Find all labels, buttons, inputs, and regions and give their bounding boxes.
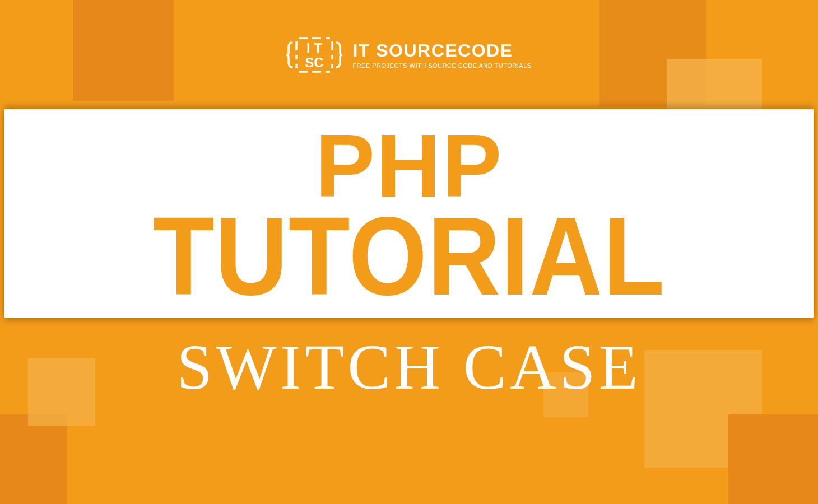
- title-line-2: TUTORIAL: [153, 203, 666, 309]
- logo-mark-icon: I T SC: [286, 27, 342, 83]
- svg-text:I T: I T: [306, 40, 322, 55]
- header: I T SC IT SOURCECODE FREE PROJECTS WITH …: [0, 0, 818, 109]
- subtitle: SWITCH CASE: [0, 330, 818, 404]
- brand-name: IT SOURCECODE: [352, 40, 531, 61]
- tutorial-banner: I T SC IT SOURCECODE FREE PROJECTS WITH …: [0, 0, 818, 504]
- svg-text:SC: SC: [305, 55, 324, 70]
- decorative-square: [728, 414, 818, 504]
- brand-text: IT SOURCECODE FREE PROJECTS WITH SOURCE …: [352, 40, 531, 69]
- main-title-panel: PHP TUTORIAL: [4, 109, 814, 318]
- brand-logo: I T SC IT SOURCECODE FREE PROJECTS WITH …: [286, 27, 531, 83]
- decorative-square: [0, 414, 67, 504]
- brand-tagline: FREE PROJECTS WITH SOURCE CODE AND TUTOR…: [352, 62, 531, 69]
